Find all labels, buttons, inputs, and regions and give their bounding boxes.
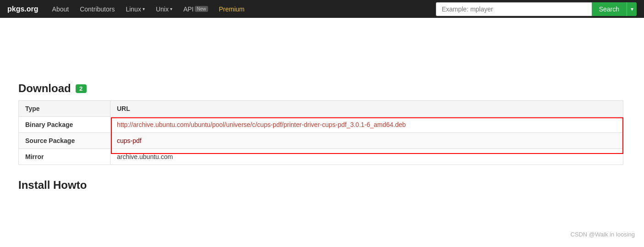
install-heading-container: Install Howto <box>18 174 623 192</box>
nav-unix[interactable]: Unix ▾ <box>151 0 177 18</box>
chevron-down-icon: ▾ <box>170 6 172 11</box>
nav-linux[interactable]: Linux ▾ <box>121 0 149 18</box>
col-header-url: URL <box>110 101 623 117</box>
table-container: Type URL Binary Package http://archive.u… <box>18 100 623 165</box>
navbar: pkgs.org About Contributors Linux ▾ Unix… <box>0 0 644 18</box>
table-row: Mirror archive.ubuntu.com <box>19 149 623 165</box>
download-badge: 2 <box>76 84 87 93</box>
binary-url-link[interactable]: http://archive.ubuntu.com/ubuntu/pool/un… <box>117 121 406 128</box>
col-header-type: Type <box>19 101 110 117</box>
install-title: Install Howto <box>18 179 87 192</box>
search-button[interactable]: Search <box>592 2 627 16</box>
search-dropdown-button[interactable]: ▾ <box>627 2 637 16</box>
search-input[interactable] <box>436 2 592 16</box>
download-heading: Download 2 <box>18 82 623 95</box>
api-new-badge: New <box>195 6 208 12</box>
source-url-link[interactable]: cups-pdf <box>117 137 142 144</box>
main-content: Download 2 Type URL Binary Package http:… <box>0 18 642 206</box>
table-row: Binary Package http://archive.ubuntu.com… <box>19 117 623 133</box>
row-source-url: cups-pdf <box>110 133 623 149</box>
search-area: Search ▾ <box>436 2 637 16</box>
row-binary-url: http://archive.ubuntu.com/ubuntu/pool/un… <box>110 117 623 133</box>
nav-about[interactable]: About <box>48 0 74 18</box>
nav-links: About Contributors Linux ▾ Unix ▾ API Ne… <box>48 0 436 18</box>
chevron-down-icon: ▾ <box>143 6 145 11</box>
table-row: Source Package cups-pdf <box>19 133 623 149</box>
spacer <box>18 27 623 82</box>
nav-premium[interactable]: Premium <box>215 0 249 18</box>
chevron-down-icon: ▾ <box>631 6 633 12</box>
row-mirror-type: Mirror <box>19 149 110 165</box>
row-mirror-url: archive.ubuntu.com <box>110 149 623 165</box>
download-title: Download <box>18 82 71 95</box>
site-logo[interactable]: pkgs.org <box>7 5 39 13</box>
nav-contributors[interactable]: Contributors <box>75 0 119 18</box>
row-binary-type: Binary Package <box>19 117 110 133</box>
table-header-row: Type URL <box>19 101 623 117</box>
download-table: Type URL Binary Package http://archive.u… <box>18 100 623 165</box>
nav-api[interactable]: API New <box>179 0 213 18</box>
row-source-type: Source Package <box>19 133 110 149</box>
